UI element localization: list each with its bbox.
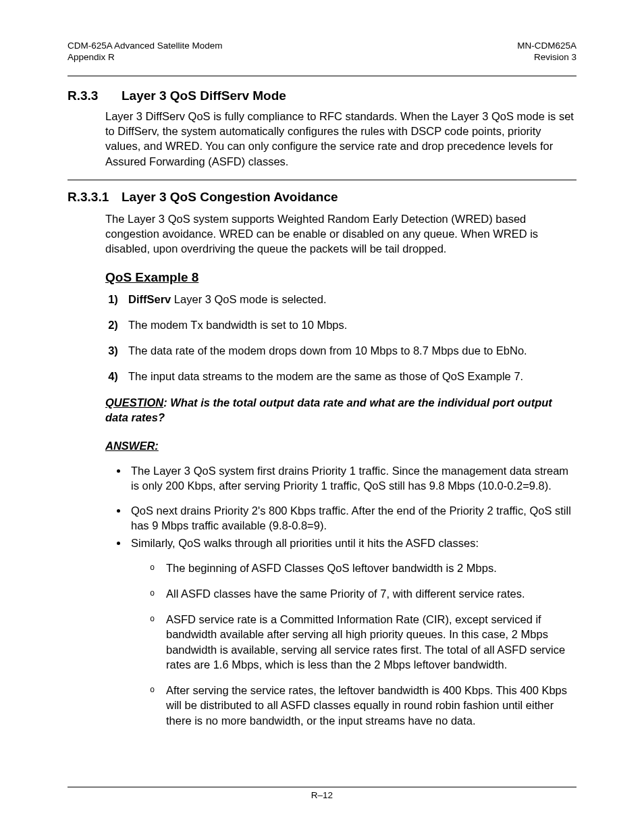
page-header: CDM-625A Advanced Satellite Modem Append…: [68, 41, 576, 63]
bullet-item: QoS next drains Priority 2's 800 Kbps tr…: [128, 503, 576, 533]
section-title: Layer 3 QoS DiffServ Mode: [122, 88, 286, 103]
subsection-number: R.3.3.1: [68, 190, 122, 205]
page-footer: R–12: [68, 787, 576, 800]
section-paragraph: Layer 3 DiffServ QoS is fully compliance…: [105, 109, 576, 169]
list-item: The data rate of the modem drops down fr…: [124, 343, 576, 358]
list-text: Layer 3 QoS mode is selected.: [171, 293, 326, 305]
section-heading-r33: R.3.3Layer 3 QoS DiffServ Mode: [68, 88, 576, 103]
sub-bullet-text: After serving the service rates, the lef…: [166, 684, 567, 727]
bold-term: DiffServ: [128, 293, 171, 305]
list-text: The data rate of the modem drops down fr…: [128, 344, 527, 357]
section-heading-r331: R.3.3.1Layer 3 QoS Congestion Avoidance: [68, 190, 576, 205]
list-item: DiffServ Layer 3 QoS mode is selected.: [124, 292, 576, 307]
list-item: The modem Tx bandwidth is set to 10 Mbps…: [124, 317, 576, 332]
header-left: CDM-625A Advanced Satellite Modem Append…: [68, 41, 223, 63]
answer-bullets: The Layer 3 QoS system first drains Prio…: [105, 463, 576, 728]
header-right: MN-CDM625A Revision 3: [517, 41, 576, 63]
section-number: R.3.3: [68, 88, 122, 103]
header-product: CDM-625A Advanced Satellite Modem: [68, 41, 223, 51]
sub-bullet-item: ASFD service rate is a Committed Informa…: [150, 612, 576, 672]
question-text: : What is the total output data rate and…: [105, 396, 552, 423]
sub-bullet-item: After serving the service rates, the lef…: [150, 683, 576, 728]
question-label: QUESTION: [105, 396, 163, 409]
bullet-item: Similarly, QoS walks through all priorit…: [128, 536, 576, 728]
bullet-text: The Layer 3 QoS system first drains Prio…: [131, 465, 568, 492]
bullet-text: QoS next drains Priority 2's 800 Kbps tr…: [131, 504, 571, 531]
sub-bullets: The beginning of ASFD Classes QoS leftov…: [150, 561, 576, 728]
answer-label: ANSWER:: [105, 440, 576, 452]
sub-bullet-item: The beginning of ASFD Classes QoS leftov…: [150, 561, 576, 575]
header-rule: [68, 76, 576, 76]
list-item: The input data streams to the modem are …: [124, 369, 576, 384]
question-paragraph: QUESTION: What is the total output data …: [105, 395, 576, 425]
subsection-paragraph: The Layer 3 QoS system supports Weighted…: [105, 211, 576, 257]
page-number: R–12: [311, 790, 333, 800]
header-docnum: MN-CDM625A: [517, 41, 576, 51]
bullet-item: The Layer 3 QoS system first drains Prio…: [128, 463, 576, 494]
subsection-title: Layer 3 QoS Congestion Avoidance: [122, 190, 338, 204]
list-text: The input data streams to the modem are …: [128, 370, 523, 382]
bullet-text: Similarly, QoS walks through all priorit…: [131, 537, 479, 549]
section-rule: [68, 180, 576, 180]
header-appendix: Appendix R: [68, 52, 115, 62]
sub-bullet-text: ASFD service rate is a Committed Informa…: [166, 613, 565, 671]
document-page: CDM-625A Advanced Satellite Modem Append…: [0, 0, 644, 834]
list-text: The modem Tx bandwidth is set to 10 Mbps…: [128, 319, 347, 331]
header-revision: Revision 3: [534, 52, 576, 62]
sub-bullet-text: The beginning of ASFD Classes QoS leftov…: [166, 562, 497, 574]
sub-bullet-text: All ASFD classes have the same Priority …: [166, 588, 525, 600]
example-list: DiffServ Layer 3 QoS mode is selected. T…: [105, 292, 576, 384]
example-heading: QoS Example 8: [105, 270, 576, 285]
sub-bullet-item: All ASFD classes have the same Priority …: [150, 586, 576, 601]
